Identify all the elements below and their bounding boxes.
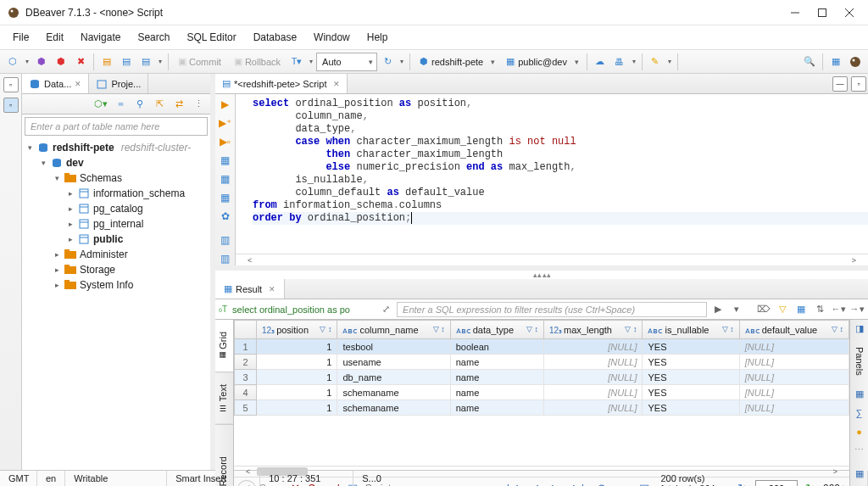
explain-plan-icon[interactable]: ▦ — [218, 154, 233, 167]
dbeaver-icon[interactable] — [846, 53, 865, 71]
commit-button[interactable]: ▣Commit — [172, 53, 227, 71]
splitter-handle[interactable]: ▴ ▴ ▴ ▴ — [215, 271, 868, 279]
editor-maximize-button[interactable]: ▫ — [851, 76, 866, 92]
print-button[interactable]: 🖶 — [610, 53, 629, 71]
menu-file[interactable]: File — [5, 29, 36, 46]
remove-filter-icon[interactable]: ⌦ — [756, 302, 771, 317]
close-button[interactable] — [844, 8, 854, 18]
disconnect-button[interactable]: ⬢ — [52, 53, 70, 71]
restore-view-button[interactable]: ▫ — [3, 98, 19, 113]
tree-connection[interactable]: ▾ redshift-pete redshift-cluster- — [25, 140, 210, 155]
sql-editor-button[interactable]: ▤ — [97, 53, 116, 71]
connection-combo[interactable]: ⬢redshift-pete — [414, 53, 499, 71]
load-plan-icon[interactable]: ▦ — [218, 191, 233, 204]
status-mode: Writable — [65, 471, 167, 486]
metadata-panel-icon[interactable]: ⋯ — [853, 444, 866, 457]
new-connection-button[interactable]: ⬡ — [3, 53, 22, 71]
presentation-text-tab[interactable]: ☰ Text — [215, 372, 233, 425]
invalidate-button[interactable]: ✖ — [71, 53, 90, 71]
status-insert: Smart Insert — [167, 471, 260, 486]
tree-schema-pg-catalog[interactable]: ▸ pg_catalog — [25, 201, 210, 216]
tree-schema-public[interactable]: ▸ public — [25, 232, 210, 247]
aggregate-panel-icon[interactable]: ∑ — [853, 406, 866, 420]
result-filter-input[interactable]: Enter a SQL expression to filter results… — [397, 302, 707, 317]
result-grid[interactable]: 12₃position▽ ↕ᴀʙᴄcolumn_name▽ ↕ᴀʙᴄdata_t… — [234, 320, 849, 466]
menu-sql-editor[interactable]: SQL Editor — [179, 29, 243, 46]
transaction-log-button[interactable]: ↻ — [378, 53, 397, 71]
nav-back-icon[interactable]: ←▾ — [831, 302, 846, 317]
menu-database[interactable]: Database — [246, 29, 304, 46]
projects-icon — [96, 78, 108, 90]
editor-tab-script[interactable]: ▤ *<redshift-pete> Script ✕ — [215, 74, 348, 93]
menu-search[interactable]: Search — [130, 29, 177, 46]
sql-editor[interactable]: select ordinal_position as position, col… — [236, 94, 868, 254]
tx-mode-button[interactable]: T▾ — [287, 53, 306, 71]
settings-icon[interactable]: ✿ — [218, 209, 233, 223]
apply-filter-icon[interactable]: ▶ — [710, 302, 726, 317]
menu-navigate[interactable]: Navigate — [73, 29, 128, 46]
execute-selection-icon[interactable]: ▦ — [218, 172, 233, 186]
result-icon: ▦ — [224, 283, 232, 294]
filter-settings-icon[interactable]: ⇅ — [812, 302, 827, 317]
refresh-icon[interactable]: ⚲ — [131, 95, 149, 114]
auto-commit-combo[interactable]: Auto — [316, 53, 377, 71]
nav-forward-icon[interactable]: →▾ — [849, 302, 865, 317]
new-sql-button[interactable]: ▤ — [117, 53, 136, 71]
record-mode-tab[interactable]: Record — [215, 444, 233, 486]
menu-help[interactable]: Help — [359, 29, 396, 46]
driver-manager-icon[interactable]: ＝ — [111, 95, 130, 114]
menu-edit[interactable]: Edit — [38, 29, 71, 46]
custom-filter-icon[interactable]: ▽ — [775, 302, 790, 317]
value-panel-icon[interactable]: ▦ — [853, 388, 866, 401]
menu-window[interactable]: Window — [306, 29, 358, 46]
script-icon: ▤ — [222, 78, 231, 89]
rollback-button[interactable]: ▣Rollback — [228, 53, 287, 71]
svg-rect-11 — [97, 81, 106, 88]
execute-statement-icon[interactable]: ▶ — [218, 98, 233, 111]
recent-sql-button[interactable]: ▤ — [136, 53, 155, 71]
execute-new-tab-icon[interactable]: ▶▫ — [218, 135, 233, 148]
connect-button[interactable]: ⬢ — [32, 53, 51, 71]
toggle-layout-icon[interactable]: ▥ — [218, 252, 233, 265]
tree-schema-information-schema[interactable]: ▸ information_schema — [25, 186, 210, 201]
result-left-tabs: ▦ Grid ☰ Text Record — [215, 320, 234, 486]
status-lang: en — [37, 471, 65, 486]
presentation-grid-tab[interactable]: ▦ Grid — [215, 320, 233, 372]
panels-toggle-icon[interactable]: ◨ — [853, 321, 866, 335]
tab-database-navigator[interactable]: Data... ✕ — [22, 74, 89, 93]
er-diagram-button[interactable]: ☁ — [591, 53, 609, 71]
result-tab[interactable]: ▦ Result ✕ — [215, 279, 285, 299]
navigator-filter-input[interactable]: Enter a part of table name here — [25, 117, 208, 136]
new-connection-icon[interactable]: ⬡▾ — [92, 95, 110, 114]
tree-administer[interactable]: ▸ Administer — [25, 247, 210, 262]
show-panels-icon[interactable]: ▥ — [218, 233, 233, 247]
search-button[interactable]: ✎ — [646, 53, 665, 71]
tree-system-info[interactable]: ▸ System Info — [25, 277, 210, 293]
expand-filter-icon[interactable]: ⤢ — [378, 302, 393, 317]
editor-area: ▤ *<redshift-pete> Script ✕ — ▫ ▶ ▶⁺ ▶▫ … — [215, 74, 868, 470]
minimize-view-button[interactable]: ▫ — [3, 77, 19, 92]
result-query-label: select ordinal_position as po — [231, 304, 375, 315]
execute-script-icon[interactable]: ▶⁺ — [218, 116, 233, 130]
view-menu-icon[interactable]: ⋮ — [189, 95, 208, 114]
editor-horizontal-scrollbar[interactable]: < > — [236, 254, 868, 265]
maximize-button[interactable] — [817, 8, 827, 18]
schema-combo[interactable]: ▦public@dev — [500, 53, 583, 71]
tree-database[interactable]: ▾ dev — [25, 155, 210, 170]
tree-storage[interactable]: ▸ Storage — [25, 262, 210, 277]
collapse-icon[interactable]: ⇱ — [150, 95, 169, 114]
tree-schemas-folder[interactable]: ▾ Schemas — [25, 170, 210, 186]
quick-access-button[interactable]: 🔍 — [800, 53, 819, 71]
grouping-panel-icon[interactable]: ● — [853, 425, 866, 439]
status-timezone: GMT — [0, 471, 37, 486]
editor-minimize-button[interactable]: — — [832, 76, 848, 92]
perspective-button[interactable]: ▦ — [826, 53, 845, 71]
editor-gutter: ▶ ▶⁺ ▶▫ ▦ ▦ ▦ ✿ ▥ ▥ — [215, 94, 236, 265]
tree-schema-pg-internal[interactable]: ▸ pg_internal — [25, 216, 210, 232]
filter-history-icon[interactable]: ▾ — [729, 302, 744, 317]
minimize-button[interactable] — [790, 8, 800, 18]
configure-columns-icon[interactable]: ▦ — [793, 302, 809, 317]
link-editor-icon[interactable]: ⇄ — [170, 95, 188, 114]
svg-point-7 — [853, 59, 855, 61]
tab-projects[interactable]: Proje... — [89, 74, 148, 93]
